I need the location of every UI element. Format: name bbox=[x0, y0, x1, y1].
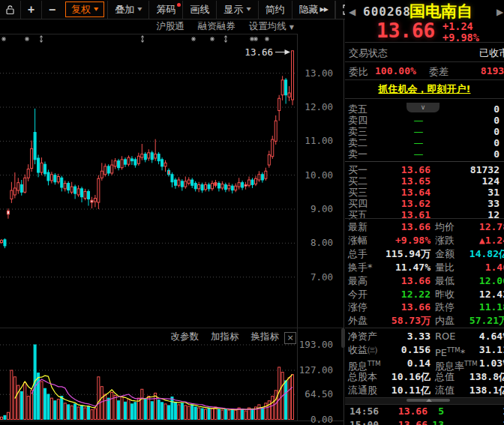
chart-link-融资融券[interactable]: 融资融券 bbox=[198, 20, 236, 33]
scrollbar-handle[interactable] bbox=[406, 399, 450, 402]
stat-value: ▲1.24 bbox=[458, 234, 504, 247]
stats-row: 涨幅+9.98%涨跌▲1.24 bbox=[345, 234, 504, 247]
stock-name: 国电南自 bbox=[410, 1, 472, 22]
stat-label: 量比 bbox=[435, 261, 454, 274]
toolbar-button-筹码[interactable]: 筹码 bbox=[148, 1, 182, 19]
close-indicator-icon[interactable]: × bbox=[284, 332, 296, 344]
stat-value: 13.66 bbox=[372, 301, 430, 314]
empty-price-dash: — bbox=[404, 115, 434, 126]
toolbar-button-label: 显示 bbox=[224, 3, 243, 16]
chart-toolbar: + − 复权▼叠加▼筹码画线显示▼简约隐藏▶▶ bbox=[0, 0, 345, 19]
stat-label: 最低 bbox=[435, 274, 454, 288]
stats-row: 换手*11.47%量比1.46 bbox=[345, 261, 504, 274]
tick-time: 14:56 bbox=[350, 405, 379, 418]
indicator-link-换指标[interactable]: 换指标 bbox=[251, 331, 280, 343]
indicator-toolbar: 改参数加指标换指标 bbox=[0, 331, 279, 343]
stat-label: 昨收 bbox=[435, 288, 454, 301]
toolbar-button-简约[interactable]: 简约 bbox=[258, 1, 292, 19]
bid-row-买三[interactable]: 买三13.6431 bbox=[345, 187, 504, 198]
stat-label: 最新 bbox=[348, 220, 368, 234]
toolbar-button-label: 筹码 bbox=[156, 3, 176, 16]
stat-value: 10.11亿 bbox=[372, 384, 430, 397]
stat-value: 11.18 bbox=[458, 301, 504, 314]
price-axis-label: 12.00 bbox=[304, 101, 333, 112]
scroll-up-arrow-icon bbox=[426, 399, 432, 402]
stats-row: 最新13.66均价12.78 bbox=[345, 220, 504, 234]
stat-value: 57.21万 bbox=[458, 314, 504, 328]
volume-axis-label: 64.50 bbox=[304, 388, 333, 400]
stat-value: 10.16亿 bbox=[372, 370, 430, 384]
stat-label: 最高 bbox=[348, 274, 368, 288]
stat-value: 0.14 bbox=[372, 357, 430, 370]
price-axis-label: 8.00 bbox=[310, 237, 333, 248]
toolbar-button-叠加[interactable]: 叠加▼ bbox=[107, 1, 148, 19]
price-change: +1.24 +9.98% bbox=[442, 21, 479, 43]
next-stock-arrow-icon[interactable]: ▶ bbox=[496, 7, 503, 17]
indicator-link-改参数[interactable]: 改参数 bbox=[171, 331, 200, 343]
stat-label: 今开 bbox=[348, 288, 368, 301]
stat-value: 13.66 bbox=[372, 274, 430, 288]
quote-panel: ◀ ▶ 600268 国电南自 13.66 +1.24 +9.98% 交易状态 … bbox=[345, 0, 504, 425]
stat-value: 12.42 bbox=[458, 288, 504, 301]
empty-price-dash: — bbox=[404, 148, 434, 160]
chevron-down-icon: ▼ bbox=[246, 7, 250, 12]
stat-value: 138.1亿 bbox=[458, 384, 504, 397]
chevron-down-icon: ▼ bbox=[137, 7, 142, 12]
order-volume: 0 bbox=[442, 137, 500, 148]
stats-row: 外盘58.73万内盘57.21万 bbox=[345, 314, 504, 328]
empty-price-dash: — bbox=[404, 137, 434, 148]
stat-label: 流值 bbox=[435, 384, 454, 397]
order-volume: 0 bbox=[442, 103, 500, 115]
fundamentals-row: 股息TTM0.14股息率TTM1.03% bbox=[345, 357, 504, 370]
bid-row-买二[interactable]: 买二13.65124 bbox=[345, 175, 504, 187]
order-price: 13.64 bbox=[384, 187, 430, 198]
candlestick-and-volume-chart[interactable] bbox=[0, 0, 345, 425]
stat-label: 涨幅 bbox=[348, 234, 368, 247]
stat-label: 总手 bbox=[348, 247, 368, 261]
order-volume: 81732 bbox=[442, 164, 500, 175]
price-axis-label: 7.00 bbox=[310, 271, 333, 283]
zoom-out-button[interactable]: − bbox=[41, 1, 62, 19]
stat-value: 31.11 bbox=[458, 343, 504, 357]
divider bbox=[345, 161, 504, 162]
order-level-label: 卖四 bbox=[348, 115, 368, 126]
order-level-label: 卖五 bbox=[348, 103, 368, 115]
quote-scrollbar[interactable] bbox=[345, 397, 504, 405]
weibi-value: 100.00% bbox=[375, 65, 416, 76]
ask-row-卖四[interactable]: 卖四—0 bbox=[345, 115, 504, 126]
collapse-orderbook-button[interactable]: ∨ bbox=[406, 103, 440, 112]
weicha-label: 委差 bbox=[429, 65, 448, 79]
trade-status-value: 已收市 bbox=[479, 46, 504, 60]
chart-link-设置均线[interactable]: 设置均线▼ bbox=[249, 20, 294, 33]
ask-row-卖二[interactable]: 卖二—0 bbox=[345, 137, 504, 148]
last-price: 13.66 bbox=[376, 19, 435, 42]
tick-time: 15:00 bbox=[350, 418, 379, 425]
toolbar-button-复权[interactable]: 复权▼ bbox=[65, 1, 104, 17]
stat-value: 12.06 bbox=[458, 274, 504, 288]
order-level-label: 买一 bbox=[348, 164, 368, 175]
order-volume: 124 bbox=[442, 175, 500, 187]
stat-label: 外盘 bbox=[348, 314, 368, 328]
order-price: 13.66 bbox=[384, 164, 430, 175]
order-volume: 0 bbox=[442, 148, 500, 160]
tick-volume: 5 bbox=[420, 405, 444, 418]
notification-dot-icon bbox=[177, 3, 181, 7]
banner-link[interactable]: 抓住机会，即刻开户! bbox=[379, 83, 471, 94]
stat-value: 14.82亿 bbox=[458, 247, 504, 261]
indicator-link-加指标[interactable]: 加指标 bbox=[211, 331, 239, 343]
ask-row-卖一[interactable]: 卖一—0 bbox=[345, 148, 504, 160]
tick-row: 14:5613.6651 bbox=[345, 405, 504, 418]
bid-row-买一[interactable]: 买一13.6681732 bbox=[345, 164, 504, 175]
chart-link-沪股通[interactable]: 沪股通 bbox=[156, 20, 184, 33]
order-volume: 0 bbox=[442, 115, 500, 126]
prev-stock-arrow-icon[interactable]: ◀ bbox=[349, 7, 356, 17]
bid-row-买四[interactable]: 买四13.6233 bbox=[345, 198, 504, 209]
toolbar-button-画线[interactable]: 画线 bbox=[182, 1, 216, 19]
ask-row-卖三[interactable]: 卖三—0 bbox=[345, 126, 504, 137]
open-account-banner[interactable]: 抓住机会，即刻开户! bbox=[345, 82, 504, 96]
zoom-in-button[interactable]: + bbox=[20, 1, 41, 19]
stat-label: 金额 bbox=[435, 247, 454, 261]
lock-icon[interactable] bbox=[0, 1, 20, 19]
toolbar-button-显示[interactable]: 显示▼ bbox=[216, 1, 257, 19]
last-price-annotation: 13.66 bbox=[244, 46, 273, 58]
